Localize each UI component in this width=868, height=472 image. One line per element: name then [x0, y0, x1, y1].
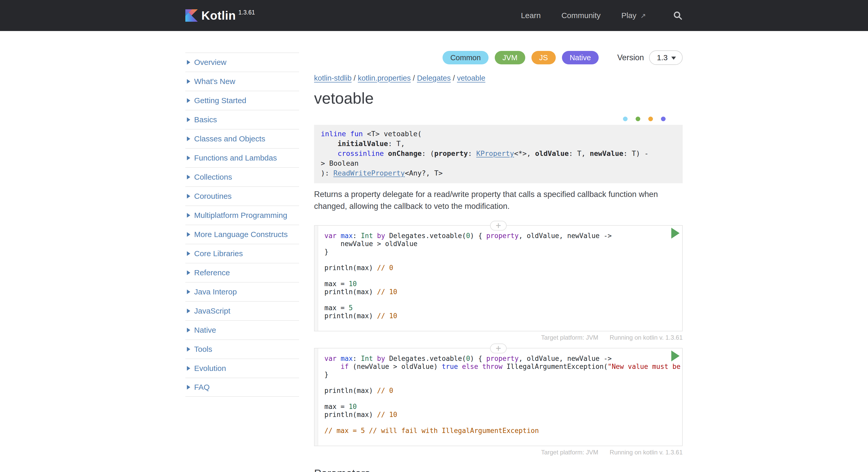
sidebar-item-label: More Language Constructs: [194, 230, 288, 239]
platform-dots: [314, 117, 683, 121]
code-line: println(max) // 10: [324, 411, 678, 419]
plus-icon: +: [496, 344, 501, 353]
code-token: :: [353, 355, 361, 363]
run-button[interactable]: [671, 228, 680, 239]
code-token: oldValue: [535, 149, 569, 157]
breadcrumb-link-delegates[interactable]: Delegates: [417, 74, 451, 82]
nav-item-play[interactable]: Play ↗: [621, 11, 646, 20]
platform-tag-js[interactable]: JS: [531, 51, 556, 64]
code-token: crossinline: [338, 149, 384, 157]
sidebar-item-coroutines[interactable]: Coroutines: [185, 186, 299, 206]
sidebar-item-functions-and-lambdas[interactable]: Functions and Lambdas: [185, 148, 299, 167]
code-token: max =: [324, 403, 349, 410]
triangle-right-icon: [187, 251, 190, 256]
sidebar-item-collections[interactable]: Collections: [185, 167, 299, 186]
code-token: 0: [466, 355, 470, 363]
code-token: 10: [349, 280, 357, 288]
sidebar-item-label: Multiplatform Programming: [194, 211, 287, 220]
code-line: }: [324, 371, 678, 379]
triangle-right-icon: [187, 194, 190, 198]
version-value: 1.3: [657, 53, 668, 62]
breadcrumb-separator: /: [451, 74, 457, 82]
expand-sample-button[interactable]: +: [490, 221, 507, 230]
code-token: : T,: [569, 149, 590, 157]
code-token: ):: [321, 169, 334, 177]
sidebar-item-what-s-new[interactable]: What's New: [185, 72, 299, 91]
code-editor-1[interactable]: var max: Int by Delegates.vetoable(0) { …: [318, 226, 682, 331]
page-title: vetoable: [314, 89, 683, 107]
code-token: Delegates.vetoable(: [385, 232, 466, 240]
code-token: <T> vetoable(: [363, 130, 422, 138]
platform-tag-native[interactable]: Native: [562, 51, 599, 64]
breadcrumb-link-vetoable[interactable]: vetoable: [457, 74, 486, 82]
code-token: :: [353, 232, 361, 240]
triangle-right-icon: [187, 117, 190, 122]
kotlin-logo[interactable]: Kotlin 1.3.61: [185, 8, 255, 23]
code-token: 5: [349, 304, 353, 312]
triangle-right-icon: [187, 136, 190, 141]
sidebar-item-java-interop[interactable]: Java Interop: [185, 282, 299, 301]
sidebar-item-basics[interactable]: Basics: [185, 110, 299, 129]
code-token: Delegates.vetoable(: [385, 355, 466, 363]
plus-icon: +: [496, 221, 501, 230]
run-button[interactable]: [671, 350, 680, 361]
code-token: [337, 355, 341, 363]
sidebar-item-classes-and-objects[interactable]: Classes and Objects: [185, 129, 299, 148]
code-token: ReadWriteProperty: [334, 169, 405, 177]
code-token: IllegalArgumentException(: [502, 363, 608, 370]
code-token: ) {: [470, 232, 487, 240]
code-token: 10: [349, 403, 357, 410]
nav-item-learn[interactable]: Learn: [521, 11, 541, 20]
editor-gutter: [315, 226, 318, 331]
code-line: newValue > oldValue: [324, 240, 678, 248]
main-content: CommonJVMJSNative Version 1.3 kotlin-std…: [314, 31, 683, 472]
example-section-1: + var max: Int by Delegates.vetoable(0) …: [314, 225, 683, 341]
sidebar-item-label: Overview: [194, 58, 226, 67]
external-link-icon: ↗: [639, 12, 646, 20]
sidebar-item-label: Classes and Objects: [194, 134, 265, 143]
code-token: [458, 363, 462, 370]
expand-sample-button[interactable]: +: [490, 344, 507, 353]
code-token: max: [341, 355, 353, 363]
header-inner: Kotlin 1.3.61 LearnCommunityPlay ↗: [185, 0, 683, 31]
code-token: else: [462, 363, 478, 370]
code-editor-2[interactable]: var max: Int by Delegates.vetoable(0) { …: [318, 348, 682, 446]
code-line: [324, 296, 678, 304]
sidebar-item-faq[interactable]: FAQ: [185, 378, 299, 397]
code-token: initialValue: [338, 139, 388, 148]
sidebar-item-tools[interactable]: Tools: [185, 339, 299, 358]
logo-wordmark: Kotlin: [202, 8, 236, 23]
running-version-label: Running on kotlin v. 1.3.61: [610, 449, 683, 456]
logo-version: 1.3.61: [238, 9, 255, 16]
sidebar-item-evolution[interactable]: Evolution: [185, 358, 299, 378]
sidebar-item-multiplatform-programming[interactable]: Multiplatform Programming: [185, 206, 299, 225]
platform-tag-jvm[interactable]: JVM: [495, 51, 525, 64]
triangle-right-icon: [187, 366, 190, 371]
code-token: var: [324, 355, 337, 363]
sidebar-item-getting-started[interactable]: Getting Started: [185, 91, 299, 110]
breadcrumb-link-kotlin-properties[interactable]: kotlin.properties: [358, 74, 411, 82]
sidebar-item-reference[interactable]: Reference: [185, 263, 299, 282]
version-selector[interactable]: 1.3: [649, 51, 683, 65]
code-line: println(max) // 0: [324, 387, 678, 395]
platform-tag-common[interactable]: Common: [442, 51, 489, 64]
code-token: Int: [361, 355, 373, 363]
code-token: <*>,: [514, 149, 535, 157]
sidebar-item-javascript[interactable]: JavaScript: [185, 301, 299, 320]
triangle-right-icon: [187, 309, 190, 313]
code-token: // 10: [377, 288, 397, 296]
triangle-right-icon: [187, 175, 190, 179]
nav-item-community[interactable]: Community: [561, 11, 601, 20]
breadcrumb-link-kotlin-stdlib[interactable]: kotlin-stdlib: [314, 74, 351, 82]
sidebar-nav: OverviewWhat's NewGetting StartedBasicsC…: [185, 31, 299, 397]
code-line: initialValue: T,: [321, 139, 676, 149]
search-button[interactable]: [673, 10, 683, 21]
sidebar-item-more-language-constructs[interactable]: More Language Constructs: [185, 225, 299, 244]
triangle-right-icon: [187, 60, 190, 65]
code-line: max = 10: [324, 280, 678, 288]
sidebar-item-native[interactable]: Native: [185, 320, 299, 339]
sidebar-item-core-libraries[interactable]: Core Libraries: [185, 244, 299, 263]
sidebar-item-overview[interactable]: Overview: [185, 53, 299, 72]
code-token: [324, 363, 341, 370]
version-label: Version: [617, 53, 644, 62]
